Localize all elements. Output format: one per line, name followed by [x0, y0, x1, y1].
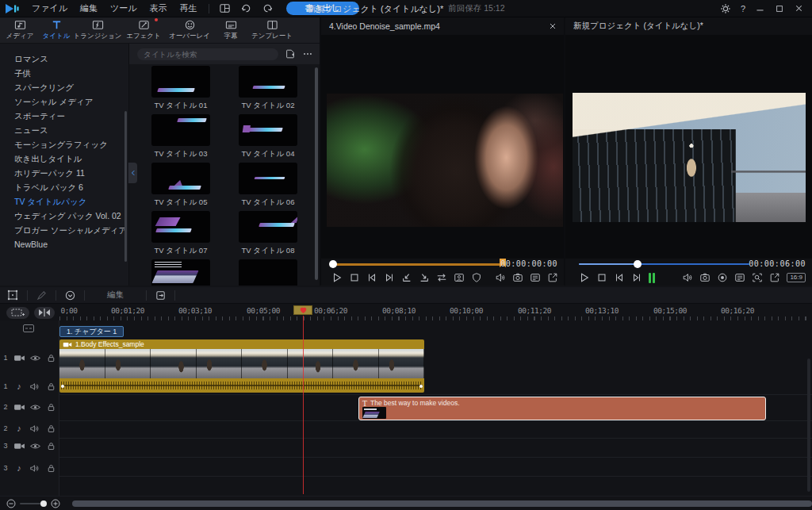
zoom-out-icon[interactable] — [6, 499, 16, 508]
category-item[interactable]: ソーシャル メディア — [0, 94, 128, 109]
menu-tools[interactable]: ツール — [104, 2, 144, 14]
manage-tracks-button[interactable] — [6, 307, 29, 319]
snap-toggle-button[interactable] — [34, 307, 55, 319]
fit-zoom-icon[interactable] — [752, 272, 763, 283]
play-icon[interactable] — [331, 272, 343, 283]
fullscreen-icon[interactable] — [769, 272, 780, 283]
category-item[interactable]: ウェディング パック Vol. 02 — [0, 209, 128, 223]
close-preview-icon[interactable] — [548, 21, 557, 31]
title-item[interactable]: TV タイトル 05 — [137, 161, 224, 209]
previous-frame-icon[interactable] — [614, 272, 625, 283]
send-to-timeline-icon[interactable] — [155, 290, 167, 301]
timeline-zoom-slider[interactable] — [20, 503, 47, 504]
fullscreen-icon[interactable] — [547, 272, 558, 283]
mute-speaker-icon[interactable] — [27, 464, 43, 473]
mute-speaker-icon[interactable] — [27, 424, 43, 433]
layout-switch-icon[interactable] — [214, 2, 236, 14]
edit-menu-label[interactable]: 編集 — [93, 290, 138, 301]
marker-track-icon[interactable] — [22, 324, 35, 333]
title-item[interactable] — [224, 258, 312, 286]
sidebar-collapse-button[interactable] — [128, 163, 137, 183]
lock-icon[interactable] — [43, 353, 59, 363]
record-icon[interactable] — [717, 272, 728, 283]
menu-playback[interactable]: 再生 — [174, 2, 204, 14]
menu-file[interactable]: ファイル — [25, 2, 74, 14]
source-playhead-handle[interactable] — [329, 260, 337, 268]
category-item[interactable]: 子供 — [0, 66, 128, 80]
stop-icon[interactable] — [596, 272, 607, 283]
chroma-key-icon[interactable] — [454, 272, 465, 283]
search-input[interactable] — [137, 48, 278, 60]
title-item[interactable] — [137, 258, 224, 286]
help-icon[interactable]: ? — [741, 4, 745, 13]
category-item-selected[interactable]: TV タイトルパック — [0, 194, 128, 209]
project-seekbar[interactable]: 00:00:06:00 — [565, 259, 812, 270]
razor-tool-icon[interactable] — [36, 290, 48, 301]
tab-subtitles[interactable]: 字幕 — [213, 19, 249, 41]
lock-icon[interactable] — [43, 441, 59, 451]
next-frame-icon[interactable] — [631, 272, 642, 283]
category-item[interactable]: ブロガー ソーシャルメディア パック — [0, 223, 128, 237]
lock-icon[interactable] — [43, 463, 59, 474]
export-button[interactable]: 書き出し — [286, 2, 360, 15]
category-item[interactable]: ロマンス — [0, 52, 128, 66]
snapshot-icon[interactable] — [512, 272, 523, 283]
lock-icon[interactable] — [43, 402, 59, 412]
title-item[interactable]: TV タイトル 07 — [137, 209, 224, 258]
category-item[interactable]: ニュース — [0, 123, 128, 137]
eye-visibility-icon[interactable] — [27, 354, 43, 362]
category-item[interactable]: モーショングラフィック — [0, 137, 128, 151]
settings-gear-icon[interactable] — [720, 3, 731, 14]
category-item[interactable]: トラベル パック 6 — [0, 180, 128, 194]
playhead-marker[interactable] — [293, 305, 312, 315]
volume-icon[interactable] — [682, 272, 693, 283]
zoom-slider-handle[interactable] — [40, 500, 47, 507]
title-item[interactable]: TV タイトル 06 — [224, 161, 312, 209]
category-item[interactable]: スポーティー — [0, 109, 128, 123]
transform-tool-icon[interactable] — [6, 289, 19, 301]
stop-icon[interactable] — [349, 272, 360, 283]
clock-dropdown-icon[interactable] — [64, 290, 76, 301]
chapter-marker[interactable]: 1. チャプター 1 — [59, 326, 124, 337]
source-seek-track[interactable] — [331, 263, 502, 266]
title-clip[interactable]: T The best way to make videos. — [358, 397, 766, 420]
render-preview-icon[interactable] — [649, 273, 655, 283]
trim-handle-left[interactable] — [61, 385, 64, 388]
title-item[interactable]: TV タイトル 04 — [224, 113, 312, 161]
timeline-horizontal-scrollbar[interactable] — [72, 500, 812, 507]
track-area[interactable]: 1. チャプター 1 1.Body Effects_sample — [59, 320, 812, 496]
next-frame-icon[interactable] — [384, 272, 395, 283]
category-item[interactable]: NewBlue — [0, 237, 128, 251]
playhead-line[interactable] — [303, 316, 304, 494]
close-window-icon[interactable] — [794, 3, 804, 13]
timeline-vertical-scrollbar[interactable] — [807, 359, 810, 492]
volume-icon[interactable] — [495, 272, 506, 283]
source-seekbar[interactable]: 00:00:00:00 — [321, 259, 564, 270]
category-item[interactable]: 吹き出しタイトル — [0, 151, 128, 166]
tab-transitions[interactable]: トランジション — [75, 19, 121, 41]
title-item[interactable]: TV タイトル 08 — [224, 209, 312, 258]
title-item[interactable]: TV タイトル 02 — [224, 64, 312, 113]
new-folder-icon[interactable] — [285, 48, 296, 59]
timeline-ruler[interactable]: 0;00 00;01;20 00;03;10 00;05;00 00;06;20… — [59, 305, 812, 320]
mark-out-icon[interactable] — [419, 272, 430, 283]
video-clip[interactable]: 1.Body Effects_sample — [59, 339, 424, 393]
eye-visibility-icon[interactable] — [27, 403, 43, 412]
eye-visibility-icon[interactable] — [27, 442, 43, 451]
maximize-icon[interactable] — [775, 4, 784, 13]
title-item[interactable]: TV タイトル 01 — [137, 64, 224, 113]
undo-icon[interactable] — [236, 2, 257, 14]
category-item[interactable]: スパークリング — [0, 80, 128, 94]
aspect-ratio-badge[interactable]: 16:9 — [787, 273, 806, 282]
tab-templates[interactable]: テンプレート — [249, 19, 295, 41]
previous-frame-icon[interactable] — [366, 272, 377, 283]
zoom-in-icon[interactable] — [51, 499, 60, 508]
shield-icon[interactable] — [471, 272, 482, 283]
properties-icon[interactable] — [530, 272, 541, 283]
tab-titles[interactable]: タイトル — [38, 19, 75, 41]
category-item[interactable]: ホリデーパック 11 — [0, 166, 128, 180]
menu-edit[interactable]: 編集 — [74, 2, 104, 14]
tab-media[interactable]: メディア — [2, 19, 38, 41]
redo-icon[interactable] — [257, 2, 278, 14]
properties-icon[interactable] — [734, 272, 745, 283]
